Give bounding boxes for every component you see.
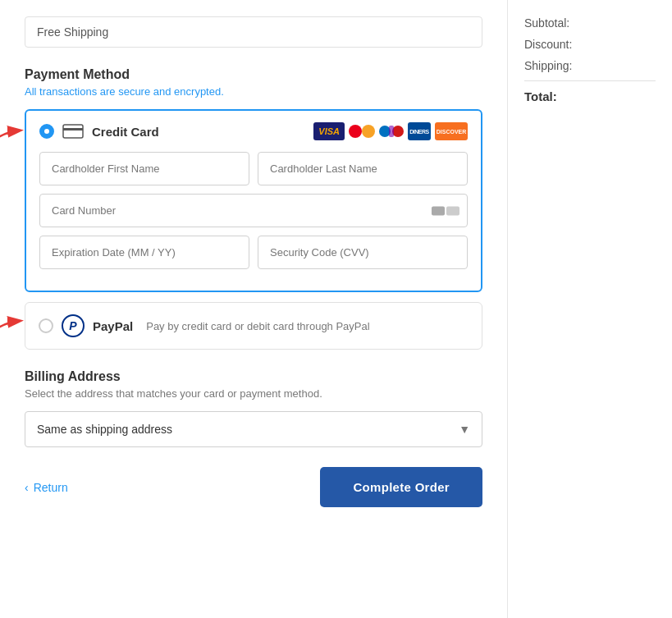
credit-card-form xyxy=(26,152,481,291)
credit-card-icon xyxy=(62,124,84,139)
security-code-input[interactable] xyxy=(258,236,468,269)
order-summary-sidebar: Subtotal: Discount: Shipping: Total: xyxy=(508,0,672,618)
return-link[interactable]: ‹ Return xyxy=(25,481,68,494)
cardholder-first-name[interactable] xyxy=(39,152,249,185)
payment-title: Payment Method xyxy=(25,67,482,82)
complete-order-button[interactable]: Complete Order xyxy=(320,467,482,507)
chevron-left-icon: ‹ xyxy=(25,481,29,494)
mastercard-icon xyxy=(349,122,375,140)
expiry-cvv-row xyxy=(39,236,468,269)
billing-section: Billing Address Select the address that … xyxy=(25,369,482,447)
payment-subtitle: All transactions are secure and encrypte… xyxy=(25,85,482,98)
paypal-radio[interactable] xyxy=(39,318,53,333)
paypal-header: P PayPal Pay by credit card or debit car… xyxy=(25,303,482,349)
credit-card-header: Credit Card VISA xyxy=(26,111,481,152)
paypal-option-wrapper: P PayPal Pay by credit card or debit car… xyxy=(25,302,482,350)
visa-icon: VISA xyxy=(313,122,345,140)
paypal-logo-icon: P xyxy=(62,314,85,337)
maestro-icon xyxy=(379,122,404,140)
shipping-row: Shipping: xyxy=(524,59,656,72)
shipping-bar: Free Shipping xyxy=(25,16,482,48)
billing-title: Billing Address xyxy=(25,369,482,384)
shipping-label: Shipping: xyxy=(524,59,572,72)
credit-card-option-wrapper: Credit Card VISA xyxy=(25,109,482,292)
svg-rect-1 xyxy=(63,128,83,130)
svg-rect-0 xyxy=(63,125,83,138)
actions-row: ‹ Return Complete Order xyxy=(25,467,482,507)
billing-address-select[interactable]: Same as shipping address Use a different… xyxy=(25,412,482,446)
subtotal-row: Subtotal: xyxy=(524,16,656,30)
arrow-credit-card xyxy=(0,116,26,149)
payment-section: Payment Method All transactions are secu… xyxy=(25,67,482,350)
discount-label: Discount: xyxy=(524,38,572,51)
total-row: Total: xyxy=(524,89,656,103)
card-number-input[interactable] xyxy=(39,194,468,227)
card-number-wrapper xyxy=(39,194,468,227)
card-type-placeholder xyxy=(432,206,459,215)
discount-row: Discount: xyxy=(524,38,656,51)
billing-address-select-wrapper[interactable]: Same as shipping address Use a different… xyxy=(25,411,482,447)
shipping-text: Free Shipping xyxy=(37,25,108,39)
credit-card-label: Credit Card xyxy=(92,125,159,139)
mini-card-icon-2 xyxy=(446,206,459,215)
paypal-label: PayPal xyxy=(93,319,133,333)
cardholder-last-name[interactable] xyxy=(258,152,468,185)
expiration-date-input[interactable] xyxy=(39,236,249,269)
name-row xyxy=(39,152,468,185)
sidebar-divider xyxy=(524,80,656,81)
card-brand-icons: VISA xyxy=(313,122,468,140)
card-number-row xyxy=(39,194,468,227)
subtotal-label: Subtotal: xyxy=(524,16,569,30)
discover-icon: DISCOVER xyxy=(435,122,468,140)
billing-subtitle: Select the address that matches your car… xyxy=(25,387,482,400)
paypal-option[interactable]: P PayPal Pay by credit card or debit car… xyxy=(25,302,482,350)
paypal-description: Pay by credit card or debit card through… xyxy=(146,320,369,332)
mini-card-icon-1 xyxy=(432,206,445,215)
credit-card-option[interactable]: Credit Card VISA xyxy=(25,109,482,292)
credit-card-radio[interactable] xyxy=(39,124,54,139)
arrow-paypal xyxy=(0,306,26,339)
return-label: Return xyxy=(34,481,68,494)
total-label: Total: xyxy=(524,89,557,103)
diners-icon: DINERS xyxy=(408,122,431,140)
